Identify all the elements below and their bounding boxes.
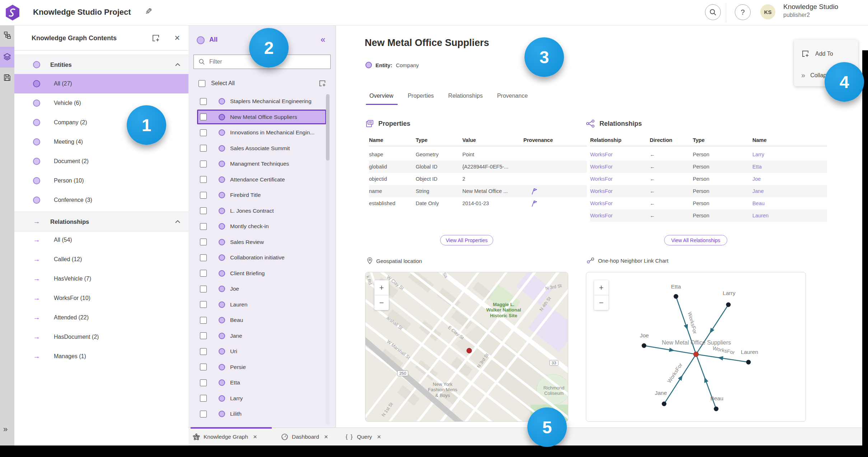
item-checkbox[interactable] [200, 145, 207, 152]
tab-relationships[interactable]: Relationships [448, 93, 483, 103]
map-marker[interactable] [467, 348, 472, 354]
list-item[interactable]: Lauren [188, 297, 336, 312]
chevron-up-icon[interactable] [175, 220, 181, 223]
list-item[interactable]: Jane [188, 328, 336, 343]
list-item[interactable]: New Metal Office Suppliers [188, 110, 336, 125]
layers-icon[interactable] [3, 52, 11, 61]
close-panel-icon[interactable]: × [174, 32, 180, 43]
sidebar-item-entity-type[interactable]: Person (10) [14, 171, 188, 190]
zoom-in-button[interactable]: + [374, 280, 389, 295]
person-node[interactable] [642, 343, 647, 348]
relationship-name-link[interactable]: Larry [752, 152, 827, 157]
zoom-in-button[interactable]: + [594, 280, 608, 295]
provenance-flag-icon[interactable] [531, 188, 537, 195]
zoom-out-button[interactable]: − [374, 295, 389, 310]
avatar[interactable]: KS [760, 4, 775, 19]
item-checkbox[interactable] [200, 379, 207, 386]
add-to-menu-item[interactable]: Add To [801, 50, 833, 58]
sidebar-item-relationship-type[interactable]: →HasDocument (2) [14, 327, 188, 347]
list-item[interactable]: Attendance Certificate [188, 172, 336, 187]
tab-properties[interactable]: Properties [408, 93, 434, 103]
list-item[interactable]: Collaboration initiative [188, 250, 336, 265]
relationship-row[interactable]: WorksFor←PersonLarry [590, 148, 827, 161]
sidebar-item-relationship-type[interactable]: →HasVehicle (7) [14, 269, 188, 288]
scrollbar-thumb[interactable] [326, 94, 330, 161]
sidebar-item-entity-type[interactable]: Document (2) [14, 152, 188, 171]
item-checkbox[interactable] [200, 192, 207, 199]
item-checkbox[interactable] [200, 223, 207, 230]
sidebar-item-relationship-type[interactable]: →WorksFor (10) [14, 288, 188, 308]
sidebar-item-entity-type[interactable]: Conference (3) [14, 190, 188, 210]
help-button[interactable]: ? [735, 4, 751, 20]
select-all-checkbox[interactable] [199, 80, 205, 87]
item-checkbox[interactable] [200, 348, 207, 355]
property-row[interactable]: objectidObject ID2 [369, 173, 587, 185]
item-checkbox[interactable] [200, 395, 207, 402]
item-checkbox[interactable] [200, 411, 207, 417]
person-node[interactable] [714, 407, 719, 411]
list-item[interactable]: Sales Review [188, 235, 336, 250]
search-button[interactable] [705, 4, 721, 20]
chevron-up-icon[interactable] [175, 63, 181, 66]
center-node[interactable] [694, 352, 699, 357]
relationship-type-link[interactable]: WorksFor [590, 152, 650, 157]
item-checkbox[interactable] [200, 317, 207, 324]
sidebar-item-relationship-type[interactable]: →All (54) [14, 230, 188, 250]
relationships-section-header[interactable]: → Relationships [14, 212, 188, 232]
list-item[interactable]: L. Jones Contract [188, 203, 336, 218]
person-node[interactable] [726, 303, 731, 307]
relationship-type-link[interactable]: WorksFor [590, 213, 650, 218]
sidebar-item-entity-type[interactable]: All (27) [14, 74, 188, 93]
relationship-type-link[interactable]: WorksFor [590, 200, 650, 206]
close-tab-icon[interactable]: × [253, 433, 257, 441]
schema-hierarchy-icon[interactable] [3, 31, 11, 40]
relationship-row[interactable]: WorksFor←PersonBeau [590, 197, 827, 209]
person-node[interactable] [662, 402, 667, 406]
relationship-name-link[interactable]: Etta [752, 164, 827, 170]
zoom-out-button[interactable]: − [594, 295, 608, 310]
item-checkbox[interactable] [200, 286, 207, 292]
app-logo-icon[interactable] [5, 5, 20, 20]
item-checkbox[interactable] [200, 207, 207, 214]
list-item[interactable]: Firebird Title [188, 188, 336, 203]
relationship-type-link[interactable]: WorksFor [590, 188, 650, 194]
list-item[interactable]: Lilith [188, 406, 336, 421]
list-item[interactable]: Sales Associate Summit [188, 141, 336, 156]
view-all-properties-button[interactable]: View All Properties [440, 235, 493, 245]
add-to-new-icon[interactable] [151, 34, 160, 42]
relationship-row[interactable]: WorksFor←PersonLauren [590, 209, 827, 222]
item-checkbox[interactable] [200, 176, 207, 183]
rail-expand-icon[interactable]: » [3, 425, 8, 434]
collapse-panel-icon[interactable]: « [321, 34, 325, 45]
property-row[interactable]: establishedDate Only2014-01-23 [369, 197, 587, 209]
sidebar-item-relationship-type[interactable]: →Manages (1) [14, 347, 188, 366]
list-item[interactable]: Uri [188, 344, 336, 359]
close-tab-icon[interactable]: × [324, 433, 328, 441]
item-checkbox[interactable] [200, 98, 207, 105]
list-item[interactable]: Client Briefing [188, 266, 336, 281]
tab-provenance[interactable]: Provenance [497, 93, 528, 103]
relationship-row[interactable]: WorksFor←PersonJoe [590, 173, 827, 185]
relationship-type-link[interactable]: WorksFor [590, 164, 650, 170]
relationship-row[interactable]: WorksFor←PersonJane [590, 185, 827, 197]
list-item[interactable]: Larry [188, 391, 336, 406]
entities-section-header[interactable]: Entities [14, 55, 188, 75]
list-item[interactable]: Etta [188, 375, 336, 390]
item-checkbox[interactable] [200, 364, 207, 370]
bottom-tab-query[interactable]: { }Query× [346, 428, 381, 446]
close-tab-icon[interactable]: × [377, 433, 381, 441]
tab-overview[interactable]: Overview [369, 93, 393, 103]
relationship-name-link[interactable]: Lauren [752, 213, 827, 218]
item-checkbox[interactable] [200, 129, 207, 136]
item-checkbox[interactable] [200, 161, 207, 167]
sidebar-item-relationship-type[interactable]: →Called (12) [14, 250, 188, 269]
relationship-name-link[interactable]: Beau [752, 200, 827, 206]
view-all-relationships-button[interactable]: View All Relationships [664, 235, 727, 245]
list-item[interactable]: Managment Techniques [188, 156, 336, 171]
list-item[interactable]: Montly check-in [188, 219, 336, 234]
person-node[interactable] [746, 360, 751, 365]
provenance-flag-icon[interactable] [531, 200, 537, 207]
list-item[interactable]: Staplers Mechanical Engineering [188, 94, 336, 109]
bottom-tab-knowledge-graph[interactable]: Knowledge Graph× [193, 428, 257, 446]
property-row[interactable]: nameStringNew Metal Office ... [369, 185, 587, 197]
